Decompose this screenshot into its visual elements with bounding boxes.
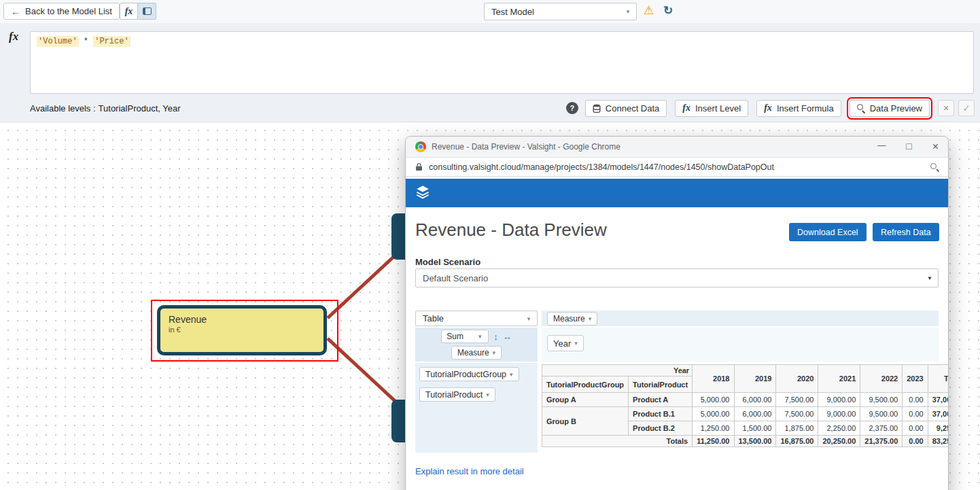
view-type-value: Table: [423, 313, 444, 323]
chevron-down-icon: ▼: [625, 9, 631, 15]
value-cell: 5,000.00: [693, 393, 734, 407]
formula-section: fx 'Volume' * 'Price' Available levels :…: [0, 23, 980, 122]
refresh-icon[interactable]: ↻: [663, 3, 673, 19]
grand-total-cell: 83,250.00: [928, 436, 948, 447]
available-levels-label: Available levels :: [30, 103, 96, 113]
chrome-icon: [415, 141, 426, 152]
confirm-formula-button[interactable]: ✓: [958, 100, 975, 116]
available-levels-text: Available levels :TutorialProduct, Year: [30, 103, 181, 113]
data-preview-button[interactable]: Data Preview: [850, 100, 930, 117]
cancel-formula-button[interactable]: ×: [938, 100, 954, 116]
table-row: Group B Product B.1 5,000.00 6,000.00 7,…: [542, 407, 949, 421]
view-type-select[interactable]: Table ▼: [415, 311, 538, 326]
back-button-label: Back to the Model List: [25, 6, 112, 16]
value-cell: 0.00: [903, 421, 928, 436]
model-select[interactable]: Test Model ▼: [484, 3, 637, 20]
product-cell: Product A: [629, 393, 693, 407]
swap-horizontal-icon[interactable]: ↔: [503, 332, 512, 341]
row-dimensions-panel: TutorialProductGroup ▾ TutorialProduct ▾: [415, 363, 538, 453]
value-cell: 6,000.00: [734, 393, 776, 407]
formula-fx-label: fx: [9, 30, 18, 43]
fx-icon: fx: [764, 103, 772, 113]
tutorialproduct-chip[interactable]: TutorialProduct ▾: [419, 387, 495, 402]
year-col-header: 2021: [818, 365, 860, 393]
value-cell: 1,500.00: [734, 421, 776, 436]
node-unit: in €: [169, 326, 323, 334]
year-chip-label: Year: [553, 338, 571, 349]
url-field[interactable]: consulting.valsight.cloud/manage/project…: [429, 162, 930, 172]
explain-result-link[interactable]: Explain result in more detail: [415, 466, 524, 476]
chevron-down-icon: ▾: [574, 340, 578, 347]
row-dimension-header: TutorialProduct: [629, 377, 693, 393]
refresh-data-button[interactable]: Refresh Data: [873, 223, 939, 241]
layout-panel-icon: [143, 7, 152, 15]
total-value-cell: 16,875.00: [776, 436, 818, 447]
minimize-icon[interactable]: —: [877, 141, 886, 152]
value-cell: 2,250.00: [818, 421, 860, 436]
back-to-model-list-button[interactable]: ← Back to the Model List: [3, 3, 120, 20]
total-value-cell: 20,250.00: [818, 436, 860, 447]
connect-data-button[interactable]: Connect Data: [585, 100, 667, 117]
aggregation-value: Sum: [447, 332, 463, 341]
aggregation-select[interactable]: Sum ▼: [441, 330, 489, 343]
table-totals-row: Totals 11,250.00 13,500.00 16,875.00 20,…: [542, 436, 949, 447]
group-cell: Group A: [542, 393, 629, 407]
measure-chip[interactable]: Measure ▾: [451, 346, 502, 360]
valsight-layers-icon: [415, 184, 430, 202]
chevron-down-icon: ▾: [493, 349, 496, 356]
measure-chip-label: Measure: [457, 348, 489, 357]
value-cell: 0.00: [903, 393, 928, 407]
panel-view-button[interactable]: [138, 3, 156, 20]
year-dimension-chip[interactable]: Year ▾: [547, 335, 584, 351]
aggregation-panel: Sum ▼ ↕ ↔ Measure ▾: [415, 328, 538, 362]
totals-label-cell: Totals: [542, 436, 693, 447]
node-title: Revenue: [169, 314, 323, 325]
data-preview-table: Year 2018 2019 2020 2021 2022 2023 Total…: [542, 364, 948, 447]
formula-mode-button[interactable]: fx: [120, 3, 138, 20]
brand-header: [406, 179, 948, 207]
close-icon[interactable]: ×: [932, 141, 939, 152]
database-icon: [593, 104, 601, 113]
chevron-down-icon: ▼: [927, 275, 932, 281]
insert-formula-button[interactable]: fx Insert Formula: [756, 100, 841, 117]
revenue-node[interactable]: Revenue in €: [157, 305, 327, 355]
fx-icon: fx: [682, 103, 690, 113]
help-icon[interactable]: ?: [566, 102, 578, 114]
address-bar[interactable]: consulting.valsight.cloud/manage/project…: [406, 158, 948, 177]
tutorialproductgroup-chip[interactable]: TutorialProductGroup ▾: [419, 367, 519, 381]
value-cell: 9,500.00: [860, 393, 903, 407]
value-cell: 9,500.00: [860, 407, 903, 421]
column-header-area: Year ▾: [542, 328, 939, 362]
year-col-header: 2023: [903, 365, 928, 393]
insert-level-button[interactable]: fx Insert Level: [675, 100, 748, 117]
product-cell: Product B.2: [629, 421, 693, 436]
measure-dropdown-chip[interactable]: Measure ▾: [547, 312, 597, 326]
lock-icon: [415, 162, 423, 171]
search-icon[interactable]: [930, 163, 939, 171]
fx-icon: fx: [125, 7, 133, 16]
popup-content: Revenue - Data Preview Download Excel Re…: [406, 177, 948, 490]
total-value-cell: 11,250.00: [693, 436, 734, 447]
data-preview-label: Data Preview: [870, 103, 922, 113]
warning-icon[interactable]: ⚠: [644, 3, 654, 18]
total-value-cell: 21,375.00: [860, 436, 903, 447]
model-select-value: Test Model: [491, 7, 534, 17]
year-col-header: 2018: [693, 365, 734, 393]
swap-vertical-icon[interactable]: ↕: [493, 332, 498, 341]
maximize-icon[interactable]: □: [906, 141, 911, 152]
scenario-select[interactable]: Default Scenario ▼: [415, 268, 939, 287]
value-cell: 1,875.00: [776, 421, 818, 436]
back-arrow-icon: ←: [11, 7, 20, 16]
year-col-header: 2022: [860, 365, 903, 393]
totals-col-header: Totals: [928, 365, 948, 393]
window-titlebar[interactable]: Revenue - Data Preview - Valsight - Goog…: [406, 137, 948, 158]
formula-token-price: 'Price': [93, 36, 130, 47]
model-scenario-label: Model Scenario: [415, 257, 480, 267]
magnifier-icon: [857, 104, 865, 112]
formula-editor-input[interactable]: 'Volume' * 'Price': [30, 31, 974, 94]
chevron-down-icon: ▾: [510, 371, 513, 378]
download-excel-button[interactable]: Download Excel: [789, 223, 867, 241]
value-cell: 9,000.00: [818, 407, 860, 421]
row-dimension-header: TutorialProductGroup: [542, 377, 629, 393]
value-cell: 5,000.00: [693, 407, 734, 421]
